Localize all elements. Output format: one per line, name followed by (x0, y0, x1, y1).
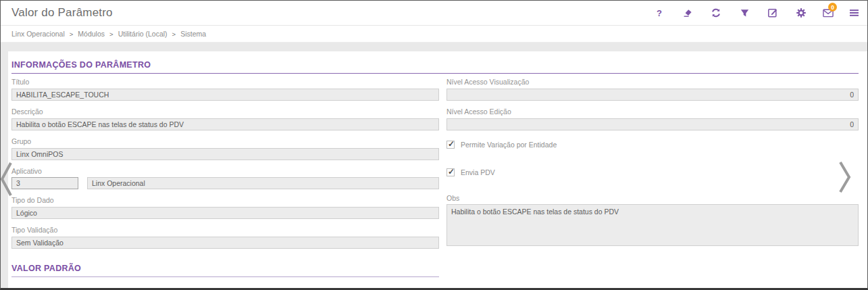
page-title: Valor do Parâmetro (11, 6, 654, 20)
envia-pdv-row: Envia PDV (446, 168, 859, 176)
nivel-acesso-visualizacao-field: Nível Acesso Visualização (446, 78, 859, 101)
aplicativo-code-input[interactable] (11, 177, 78, 189)
tipo-validacao-input[interactable] (11, 237, 439, 249)
grupo-input[interactable] (11, 148, 439, 160)
permite-variacao-checkbox[interactable] (446, 141, 455, 149)
header: Valor do Parâmetro ? (1, 1, 867, 26)
breadcrumb: Linx Operacional > Módulos > Utilitário … (1, 26, 867, 43)
obs-label: Obs (446, 194, 859, 202)
obs-textarea[interactable]: Habilita o botão ESCAPE nas telas de sta… (446, 204, 859, 246)
previous-parameter-chevron[interactable] (0, 161, 14, 200)
breadcrumb-item-sistema[interactable]: Sistema (180, 30, 206, 38)
next-parameter-chevron[interactable] (838, 161, 852, 196)
aplicativo-label: Aplicativo (11, 167, 439, 175)
tipo-dado-field: Tipo do Dado (11, 196, 439, 219)
nivel-acesso-edicao-field: Nível Acesso Edição (446, 107, 859, 130)
aplicativo-name-input[interactable] (87, 177, 439, 189)
settings-icon[interactable] (796, 7, 807, 18)
envia-pdv-checkbox[interactable] (446, 168, 455, 176)
menu-icon[interactable] (848, 7, 859, 18)
titulo-field: Título (11, 78, 439, 101)
breadcrumb-separator: > (70, 30, 74, 38)
grupo-field: Grupo (11, 137, 439, 160)
parameter-card: INFORMAÇÕES DO PARÂMETRO Título Descriçã… (8, 51, 867, 290)
titulo-input[interactable] (11, 89, 439, 101)
breadcrumb-item-modulos[interactable]: Módulos (78, 30, 105, 38)
obs-field: Obs Habilita o botão ESCAPE nas telas de… (446, 194, 859, 246)
descricao-input[interactable] (11, 118, 439, 130)
tipo-validacao-field: Tipo Validação (11, 226, 439, 249)
form-columns: Título Descrição Grupo Aplicativo (11, 78, 859, 290)
nivel-acesso-edicao-input[interactable] (446, 118, 859, 130)
left-column: Título Descrição Grupo Aplicativo (11, 78, 439, 290)
breadcrumb-item-linx-operacional[interactable]: Linx Operacional (11, 30, 65, 38)
nivel-acesso-visualizacao-input[interactable] (446, 89, 859, 101)
refresh-icon[interactable] (711, 7, 721, 18)
tipo-validacao-label: Tipo Validação (11, 226, 439, 234)
envia-pdv-label: Envia PDV (461, 168, 495, 176)
valor-do-parametro-page: Valor do Parâmetro ? (0, 0, 868, 290)
descricao-field: Descrição (11, 107, 439, 130)
mail-icon[interactable]: 0 (823, 7, 834, 18)
tipo-dado-label: Tipo do Dado (11, 196, 439, 204)
breadcrumb-separator: > (109, 30, 113, 38)
page-body: INFORMAÇÕES DO PARÂMETRO Título Descriçã… (1, 43, 867, 290)
help-icon[interactable]: ? (654, 7, 665, 18)
edit-icon[interactable] (767, 7, 778, 18)
breadcrumb-item-utilitario-local[interactable]: Utilitário (Local) (118, 30, 168, 38)
titulo-label: Título (11, 78, 439, 86)
nivel-acesso-visualizacao-label: Nível Acesso Visualização (446, 78, 859, 86)
breadcrumb-separator: > (172, 30, 176, 38)
permite-variacao-row: Permite Variação por Entidade (446, 141, 859, 149)
nivel-acesso-edicao-label: Nível Acesso Edição (446, 107, 859, 116)
aplicativo-field: Aplicativo (11, 167, 439, 189)
tipo-dado-input[interactable] (11, 207, 439, 219)
eraser-icon[interactable] (682, 7, 693, 18)
header-icon-bar: ? (654, 7, 859, 18)
grupo-label: Grupo (11, 137, 439, 145)
valor-padrao-section: VALOR PADRÃO Verdadeiro (11, 262, 439, 290)
mail-badge: 0 (828, 3, 837, 11)
filter-icon[interactable] (739, 7, 750, 18)
section-title-valor-padrao: VALOR PADRÃO (11, 262, 439, 277)
descricao-label: Descrição (11, 107, 439, 116)
section-title-informacoes: INFORMAÇÕES DO PARÂMETRO (11, 59, 859, 74)
right-column: Nível Acesso Visualização Nível Acesso E… (446, 78, 859, 290)
permite-variacao-label: Permite Variação por Entidade (461, 141, 557, 149)
